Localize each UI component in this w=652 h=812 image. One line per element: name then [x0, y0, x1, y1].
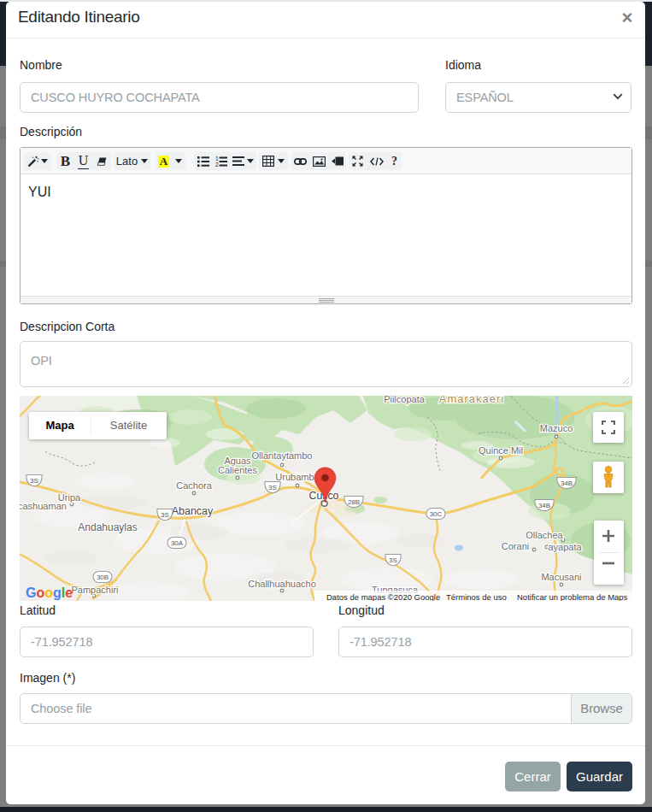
svg-text:28B: 28B	[348, 498, 360, 506]
svg-text:Ollantaytambo: Ollantaytambo	[252, 450, 313, 461]
svg-text:30B: 30B	[97, 574, 109, 581]
svg-text:3S: 3S	[389, 556, 397, 564]
svg-text:Corani: Corani	[502, 541, 529, 551]
svg-text:Abancay: Abancay	[172, 505, 214, 517]
svg-text:Ollachea: Ollachea	[526, 530, 563, 540]
svg-text:Mazuco: Mazuco	[540, 423, 573, 433]
svg-text:30C: 30C	[430, 510, 443, 518]
svg-text:Andahuaylas: Andahuaylas	[78, 521, 137, 533]
svg-text:Macusani: Macusani	[541, 572, 581, 582]
svg-text:3S: 3S	[161, 511, 169, 519]
svg-text:Challhuahuacho: Challhuahuacho	[248, 579, 316, 589]
svg-text:Calientes: Calientes	[218, 465, 257, 475]
svg-text:Pampachiri: Pampachiri	[71, 585, 118, 595]
svg-text:Quince Mil: Quince Mil	[479, 445, 523, 456]
svg-text:Piilcopata: Piilcopata	[384, 396, 426, 404]
svg-text:2: 2	[215, 162, 219, 168]
svg-text:Cachora: Cachora	[176, 480, 212, 491]
svg-text:3S: 3S	[268, 484, 277, 491]
svg-text:Amarakaeri: Amarakaeri	[439, 396, 504, 405]
svg-text:30A: 30A	[171, 539, 184, 547]
svg-text:Urubamba: Urubamba	[275, 472, 320, 482]
svg-text:3S: 3S	[30, 477, 38, 485]
svg-text:34B: 34B	[561, 480, 573, 487]
svg-text:cashuaman: cashuaman	[20, 501, 67, 511]
svg-text:ayapata: ayapata	[548, 542, 582, 552]
svg-text:34B: 34B	[538, 502, 550, 509]
